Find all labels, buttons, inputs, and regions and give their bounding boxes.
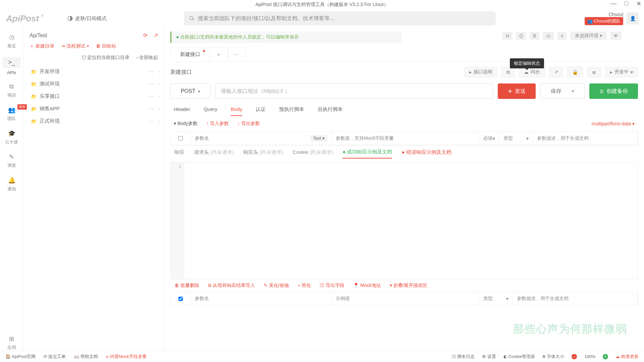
skin-toggle[interactable]: 皮肤/日间模式 [54,15,107,22]
env-select[interactable]: 未选择环境 ▾ [570,32,607,40]
subtab-query[interactable]: Query [204,106,217,116]
h-button[interactable]: H [502,32,513,40]
doc-type-select[interactable]: 类型 ▾ [479,292,513,305]
api-description-button[interactable]: ▸ 接口说明 [464,67,497,77]
rail-project[interactable]: ⧉项目 [3,83,21,98]
doc-desc-input[interactable]: 参数描述，用于生成文档 [513,292,638,305]
foot-settings[interactable]: ⚙ 设置 [482,354,496,360]
rail-apis[interactable]: >_APIs [3,57,21,75]
subtab-auth[interactable]: 认证 [256,106,266,116]
param-name-header[interactable]: 参数名Text ▾ [191,132,332,145]
resp-tab-cookie[interactable]: Cookie (尚未请求) [292,149,333,158]
resp-tab-response[interactable]: 响应 [174,149,184,158]
param-value-header[interactable]: 参数值，支持Mock字段变量 [332,132,479,145]
share-button[interactable]: ↗ [549,67,563,77]
window-close[interactable]: ✕ [636,0,641,7]
avatar[interactable]: 👤 [627,12,639,24]
subtab-body[interactable]: Body [231,106,242,116]
locate-button[interactable]: ◎ 定位到当前接口目录 [82,55,130,61]
foot-log[interactable]: ▤ 脚本日志 [452,354,475,360]
folder-item[interactable]: 📁乐享接口⋯› [23,90,164,103]
foot-update[interactable]: ☁ 检查更新 [615,354,639,360]
body-params-toggle[interactable]: ▾ Body参数 [174,121,198,127]
folder-item[interactable]: 📁销售APP⋯› [23,103,164,115]
more-icon[interactable]: ⋯ [148,81,154,87]
rail-team[interactable]: 👥团队 [3,106,21,122]
export-params-button[interactable]: ↓ 导出参数 [237,121,260,127]
rail-notify[interactable]: 🔔通知 [3,177,21,192]
subtab-postscript[interactable]: 后执行脚本 [318,106,343,116]
content-type-select[interactable]: multipart/form-data ▾ [592,121,635,126]
b-button[interactable]: B [530,32,539,40]
code-button[interactable]: ‹/› [543,32,554,40]
window-maximize[interactable]: □ [625,0,628,7]
tab-more-button[interactable]: ⋯ [228,48,246,61]
preview-button[interactable]: 👁 [610,32,622,40]
subtab-header[interactable]: Header [174,106,190,116]
resp-tab-reqheaders[interactable]: 请求头 (尚未请求) [194,149,234,158]
more-icon[interactable]: ⋯ [148,118,154,124]
foot-home[interactable]: 🏠 ApiPost官网 [5,354,36,360]
doc-example-input[interactable]: 示例值 [332,292,479,305]
foot-help[interactable]: 📖 帮助文档 [74,354,98,360]
more-icon[interactable]: ⋯ [148,106,154,112]
share-icon[interactable]: ↗ [154,32,158,39]
q-button[interactable]: Q [516,32,526,40]
op-beautify[interactable]: ✎ 美化/校验 [264,283,289,289]
foot-fontsize[interactable]: A 字体大小 [542,354,564,360]
param-desc-header[interactable]: 参数描述，用于生成文档 [533,132,638,145]
db-button[interactable]: ≣ [587,67,601,77]
folder-item[interactable]: 📁正式环境⋯› [23,115,164,127]
param-row-checkbox[interactable] [178,136,183,140]
op-fold-desc[interactable]: ▾ 折叠/展开描述区 [390,283,428,289]
param-required-header: 必填 ▾ [479,132,499,145]
add-tab-button[interactable]: ＋ [210,47,228,62]
import-params-button[interactable]: ↑ 导入参数 [206,121,229,127]
doc-row-checkbox[interactable] [178,297,183,301]
tab-new-api[interactable]: 新建接口 [170,47,210,62]
status-bar: 🏠 ApiPost官网 ⟳ 提交工单 📖 帮助文档 ʋ 内置Mock字段变量 ▤… [0,351,644,362]
window-minimize[interactable]: — [610,0,616,7]
list-button[interactable]: ≡ [557,32,567,40]
new-folder-button[interactable]: ＋ 新建目录 [30,43,54,49]
rail-recent[interactable]: ◷最近 [3,34,21,49]
folder-item[interactable]: 📁开发环境⋯› [23,65,164,78]
refresh-icon[interactable]: ⟳ [143,32,148,39]
rail-blog[interactable]: ✎博客 [3,153,21,169]
rail-apps[interactable]: ⊞应用 [3,335,21,351]
foot-cookie[interactable]: ◐ Cookie管理器 [503,354,535,360]
send-button[interactable]: ✈ 发送 [498,83,536,99]
collapse-all-button[interactable]: › 全部收起 [136,55,158,61]
foot-ticket[interactable]: ⟳ 提交工单 [44,354,66,360]
op-batch-delete[interactable]: 🗑 批量删除 [174,283,199,289]
backup-button[interactable]: ≣ 创建备份 [589,83,638,99]
more-icon[interactable]: ⋯ [148,93,154,100]
status-select[interactable]: ▸ 开发中 ▾ [605,67,638,77]
resp-tab-respheaders[interactable]: 响应头 (尚未请求) [243,149,283,158]
zoom-out-button[interactable]: − [572,354,577,359]
op-export-fields[interactable]: ▤ 导出字段 [320,283,344,289]
response-editor[interactable]: 1 [170,162,638,279]
chevron-right-icon: › [159,69,160,74]
op-simplify[interactable]: ⌁ 简化 [298,283,311,289]
team-badge[interactable]: 👥 Chsoul的团队 [585,17,623,25]
doc-name-input[interactable]: 参数名 [191,292,332,305]
resp-tab-success[interactable]: ● 成功响应示例及文档 [342,149,392,159]
url-input[interactable]: 请输入接口地址（http(s):// ） [215,83,493,99]
save-button[interactable]: 保存 [540,83,585,99]
global-search[interactable]: 搜索当前团队下的项目/接口/以及帮助文档、技术博客等… [184,11,496,25]
rail-cloud[interactable]: 🎓云大使 [3,130,21,145]
recycle-button[interactable]: 🗑 回收站 [96,43,116,49]
flow-test-button[interactable]: ⇥ 流程测试 [61,43,89,49]
http-method-select[interactable]: POST ▾ [170,83,210,99]
zoom-in-button[interactable]: + [603,354,608,359]
more-icon[interactable]: ⋯ [148,68,154,75]
foot-mock-var[interactable]: ʋ 内置Mock字段变量 [106,354,147,360]
lock-button[interactable]: 🔒 [567,67,583,77]
resp-tab-error[interactable]: ● 错误响应示例及文档 [401,149,451,158]
op-mock-url[interactable]: 📍 Mock地址 [353,283,381,289]
subtab-prescript[interactable]: 预执行脚本 [279,106,304,116]
folder-item[interactable]: 📁测试环境⋯› [23,78,164,90]
op-import-response[interactable]: ⧉ 从现有响应结果导入 [208,283,255,289]
type-dropdown[interactable]: Text ▾ [311,135,327,141]
